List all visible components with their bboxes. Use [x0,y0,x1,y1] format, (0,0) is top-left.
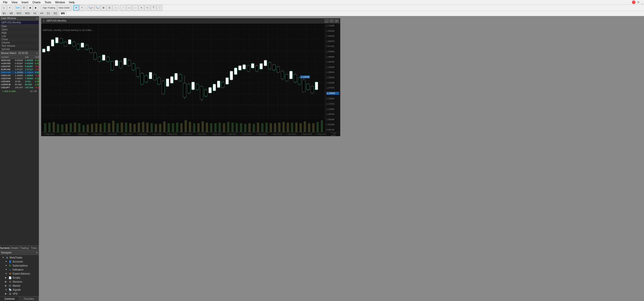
mw-row-usdjpy[interactable]: USDJPY140.347140.349-0.17% [0,86,39,89]
zoom-out-button[interactable]: 🔍- [94,5,100,11]
terminal-button[interactable]: ⊡ [21,5,27,11]
svg-rect-228 [248,123,251,132]
mw-tab-symbols[interactable]: Symbols [0,246,10,250]
market-watch: Market Watch 20:33:35 × Symbol .. Ask Da… [0,51,39,250]
svg-rect-226 [240,123,242,132]
svg-rect-214 [189,122,191,132]
nav-services[interactable]: ▶ ⚙ Services [1,280,38,284]
more-tools[interactable]: ::: [157,5,162,11]
tf-m1[interactable]: M1 [1,12,8,16]
mw-row-gbpusd[interactable]: GBPUSD1.235991.236040.08% [0,71,39,74]
new-chart-button[interactable]: ◻ [1,5,7,11]
data-window-close[interactable]: × [36,17,38,20]
chart-scroll-button[interactable]: ↔ [113,5,118,11]
nav-tab-common[interactable]: Common [0,296,19,301]
menu-tools[interactable]: Tools [43,1,53,4]
menu-file[interactable]: File [1,1,10,4]
svg-rect-229 [253,124,255,132]
tf-m15[interactable]: M15 [15,12,23,16]
svg-rect-92 [132,64,135,70]
svg-rect-230 [257,123,259,132]
menu-view[interactable]: View [10,1,20,4]
mw-row-eurusd[interactable]: EURUSD1.071271.07127-0.12% [0,68,39,71]
chart-minimize-button[interactable]: _ [325,19,329,23]
svg-rect-84 [115,60,118,66]
svg-rect-164 [285,74,288,81]
nav-market[interactable]: ▶ 🛒 Market [1,284,38,288]
market-watch-close[interactable]: × [36,52,38,55]
nav-expert-advisors[interactable]: ▼ ⚙ Expert Advisors [1,272,38,276]
back-button[interactable]: ◀ [27,5,33,11]
menu-charts[interactable]: Charts [30,1,43,4]
mw-tab-ticks[interactable]: Ticks [29,246,39,250]
svg-rect-128 [209,88,212,93]
nav-accounts[interactable]: ▼ 👤 Accounts [1,260,38,264]
metatrader-icon: 🖥 [5,256,9,259]
svg-rect-94 [136,68,139,77]
notification-icon[interactable]: ! [632,1,635,4]
new-order-button[interactable]: New Order [57,5,71,11]
svg-rect-138 [230,71,233,80]
nav-signals[interactable]: ▼ 📡 Signals [1,288,38,292]
profiles-button[interactable]: ≡ [7,5,13,11]
select-button[interactable]: ↖ [79,5,85,11]
mw-row-usdcad[interactable]: USDCAD1.358501.35853-0.22% [0,74,39,77]
svg-rect-136 [226,78,228,84]
mw-row-usdsek[interactable]: USDSEK10.82..10.82..0.39% [0,80,39,83]
navigator-close[interactable]: × [36,251,38,254]
tf-m30[interactable]: M30 [23,12,31,16]
svg-rect-80 [106,57,109,61]
settings-icon[interactable]: ⚙ [637,1,640,4]
svg-rect-235 [278,123,280,132]
chart-fit-button[interactable]: ⊡ [107,5,112,11]
chart-close-button[interactable]: × [335,19,339,23]
nav-metatrader[interactable]: ▼ 🖥 MetaTrader [1,255,38,260]
menu-window[interactable]: Window [53,1,67,4]
algo-trading-button[interactable]: Algo Trading [41,5,57,11]
menu-help[interactable]: Help [67,1,77,4]
mw-row-usdchf[interactable]: USDCHF0.903820.90387-0.12% [0,65,39,68]
chart-canvas[interactable]: GBPUSD, Monthly | Pound Sterling vs US D… [41,23,325,132]
zoom-in-button[interactable]: 🔍+ [87,5,94,11]
nav-vps[interactable]: ▶ 🖥 VPS [1,292,38,296]
svg-rect-126 [205,90,207,96]
nav-scripts[interactable]: ▶ 📄 Scripts [1,276,38,280]
svg-rect-166 [290,71,292,79]
nav-indicators[interactable]: ▼ ∿ Indicators [1,268,38,272]
mw-row-usdrub[interactable]: USDRUB80.58480.5931.30% [0,83,39,86]
svg-rect-114 [179,74,182,81]
text-tool[interactable]: T [151,5,156,11]
tf-m5[interactable]: M5 [8,12,15,16]
svg-rect-186 [70,123,72,132]
fib-tool[interactable]: ∿ [145,5,150,11]
crosshair-button[interactable]: ✛ [73,5,79,11]
chart-maximize-button[interactable]: □ [330,19,334,23]
tf-w1[interactable]: W1 [52,12,59,16]
mw-tab-details[interactable]: Details [10,246,19,250]
nav-subscriptions[interactable]: ▼ ↻ Subscriptions [1,264,38,268]
mw-tab-trading[interactable]: Trading [20,246,29,250]
tf-h1[interactable]: H1 [32,12,38,16]
line-tool[interactable]: ⟋ [120,5,126,11]
mw-row-nzdusd[interactable]: NZDUSD0.605580.605580.15% [0,59,39,62]
tf-mn[interactable]: MN [59,12,66,16]
svg-rect-181 [48,123,51,132]
hline-tool[interactable]: — [127,5,132,11]
tf-h4[interactable]: H4 [39,12,45,16]
mw-add-symbol[interactable]: + click to add... [1,90,18,93]
forward-button[interactable]: ▶ [33,5,39,11]
channel-tool[interactable]: ≡ [139,5,144,11]
tf-d1[interactable]: D1 [45,12,52,16]
ide-button[interactable]: IDE [15,5,21,11]
mw-row-audusd[interactable]: AUDUSD0.653970.653990.34% [0,62,39,65]
nav-tab-favorites[interactable]: Favorites [19,296,39,301]
chart-scale-button[interactable]: ⊞ [101,5,106,11]
svg-rect-124 [200,87,203,100]
svg-rect-201 [134,124,136,132]
ray-tool[interactable]: → [133,5,138,11]
menu-insert[interactable]: Insert [19,1,30,4]
svg-rect-160 [277,67,279,72]
mw-row-usdcnh[interactable]: USDCNH7.084077.085940.22% [0,77,39,80]
svg-rect-225 [236,123,238,132]
minimize-icon[interactable]: _ [641,1,643,4]
